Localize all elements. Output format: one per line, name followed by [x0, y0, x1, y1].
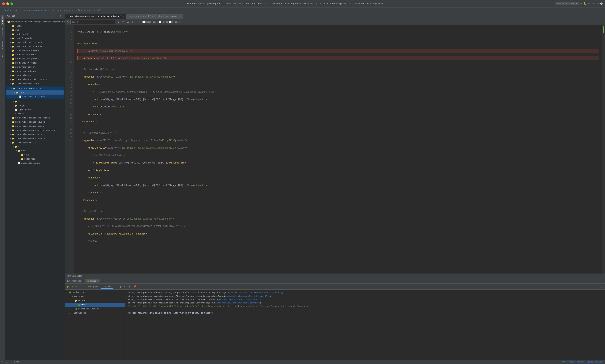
- tab-search-logback[interactable]: xc-service-search/.../logback-spring.xml…: [126, 14, 182, 19]
- search-next-button[interactable]: ▼: [121, 20, 125, 24]
- breadcrumb-item-6[interactable]: logback-spring.xml: [78, 9, 100, 11]
- run-cms01-close[interactable]: ×: [97, 280, 98, 282]
- breadcrumb-item-5[interactable]: resources: [64, 9, 75, 11]
- tree-xc-govern-gateway[interactable]: ▶ 📁 xc-govern-gateway: [5, 69, 65, 73]
- git-check[interactable]: ✓: [598, 2, 599, 5]
- tree-rabbitmq-producer[interactable]: ▶ 📁 test-rabbitmq-producer: [5, 44, 65, 49]
- tree-xc-govern-center[interactable]: ▶ 📁 xc-govern-center: [5, 65, 65, 69]
- minimize-panel-icon[interactable]: —: [62, 14, 63, 17]
- tree-xc-service-search[interactable]: ▼ 📁 xc-service-search: [5, 141, 65, 145]
- search-word-button[interactable]: W: [126, 20, 130, 24]
- clear-console-button[interactable]: 🗑: [128, 285, 131, 288]
- tree-xc-service-search-resources[interactable]: ▶ 📁 resources: [5, 157, 65, 161]
- tree-src[interactable]: ▶ 📁 src: [5, 99, 65, 104]
- tree-pom[interactable]: m pom.xml: [5, 112, 65, 116]
- tree-doc-label: doc: [15, 29, 19, 31]
- words-checkbox[interactable]: [159, 21, 161, 23]
- console-output[interactable]: at org.springframework.beans.factory.sup…: [125, 290, 605, 364]
- run-cms01-tab[interactable]: 🌿 cms01 ×: [85, 279, 100, 283]
- match-case-checkbox[interactable]: [142, 21, 145, 23]
- breadcrumb-item-4[interactable]: main: [57, 9, 62, 11]
- regex-checkbox[interactable]: [169, 21, 171, 23]
- expand-console-button[interactable]: ⤢: [600, 285, 604, 288]
- line-13: </encoder>: [77, 113, 599, 116]
- search-prev-button[interactable]: ▲: [116, 20, 120, 24]
- search-app-dropdown[interactable]: SearchApplication: [555, 2, 579, 5]
- tab-cms-logback[interactable]: xc-service-manage-cms/.../logback-spring…: [65, 14, 126, 19]
- run-tree-cms01[interactable]: 🌿 cms01: [65, 303, 125, 307]
- tree-xc-service-manage-cms[interactable]: ▼ 📁 xc-service-manage-cms: [6, 86, 64, 91]
- tree-xc-service-search-java[interactable]: ▶ 📁 java: [5, 153, 65, 157]
- tree-xc-service-manage-cms-client[interactable]: ▶ 📁 xc-service-manage-cms-client: [5, 116, 65, 120]
- tree-xc-service-search-main[interactable]: ▼ 📁 main: [5, 149, 65, 153]
- scroll-down-button[interactable]: ⬇: [123, 285, 127, 288]
- tree-xc-service-api[interactable]: ▶ 📁 xc-service-api: [5, 73, 65, 77]
- run-tree-spring-boot[interactable]: ▼ 🌿 Spring Boot: [65, 290, 125, 295]
- tab-search-close[interactable]: ✕: [179, 15, 180, 17]
- tree-logs[interactable]: ▼ 📁 logs: [6, 91, 64, 94]
- git-clock[interactable]: 🕐: [600, 2, 603, 5]
- run-button[interactable]: ▶: [66, 285, 70, 288]
- run-tree-configured[interactable]: ▶ ✓ Configured: [65, 311, 125, 315]
- tab-structure[interactable]: 2: Structure: [1, 26, 4, 39]
- match-case-option[interactable]: Match Case: [142, 21, 158, 23]
- tab-project[interactable]: 1: Project: [1, 14, 4, 26]
- console-tab[interactable]: Console: [101, 285, 113, 289]
- console-options-button[interactable]: ≡: [115, 285, 118, 288]
- tree-rabbitmq-consumer[interactable]: ▶ 📁 test-rabbitmq-consumer: [5, 40, 65, 44]
- breadcrumb-item-3[interactable]: src: [50, 9, 54, 11]
- tree-xc-service-learning[interactable]: ▶ 📁 xc-service-learning: [5, 81, 65, 86]
- git-bar: SearchApplication ▶ 🐛 🔨 Git: ✓ 🕐: [555, 2, 603, 6]
- debug-button[interactable]: 🐛: [583, 2, 587, 5]
- tab-cms-close[interactable]: ✕: [123, 15, 124, 18]
- tree-application-yml[interactable]: 📄 application.yml: [5, 161, 65, 165]
- regex-option[interactable]: Regex ?: [169, 21, 180, 23]
- tab-web[interactable]: Web: [1, 53, 4, 60]
- tree-cms-log[interactable]: 📄 cms.2019-12-23.log: [6, 94, 64, 99]
- restart-button[interactable]: ↺: [75, 285, 78, 288]
- code-content[interactable]: <?xml version="1.0" encoding="UTF-8"?> <…: [74, 25, 602, 273]
- tree-xc-service-manage-search[interactable]: ▶ 📁 xc-service-manage-search: [5, 136, 65, 141]
- pin-button[interactable]: 📌: [132, 285, 137, 288]
- breadcrumb-item-1[interactable]: xcEduService01: [1, 9, 19, 11]
- run-tree-xc-edu[interactable]: ▼ 📁 xc-edu: [65, 299, 125, 303]
- search-input[interactable]: [70, 20, 115, 24]
- tree-doc[interactable]: ▶ 📁 doc: [5, 28, 65, 32]
- run-tree-finished[interactable]: ▼ ✓ Finished: [65, 295, 125, 299]
- tree-xc-service-base-filesystem[interactable]: ▶ 📁 xc-service-base-filesystem: [5, 77, 65, 81]
- maximize-button[interactable]: [11, 2, 13, 5]
- tree-xc-service-manage-course[interactable]: ▶ 📁 xc-service-manage-course: [5, 120, 65, 124]
- tree-xc-framework-parent[interactable]: ▶ 📁 xc-framework-parent: [5, 57, 65, 61]
- scroll-up-button[interactable]: ⬆: [118, 285, 122, 288]
- words-option[interactable]: Words: [159, 21, 168, 23]
- tree-test-fastdfs[interactable]: ▶ 📁 test-fastdfs: [5, 32, 65, 36]
- filter-button[interactable]: ⊻: [138, 20, 141, 24]
- tree-root[interactable]: ▼ 📁 xcEduService01 ~/myspace/github/xuec…: [5, 20, 65, 24]
- breadcrumb-item-2[interactable]: xc-service-manage-cms: [22, 9, 48, 11]
- tab-favorites[interactable]: 2: Favorites: [1, 40, 4, 52]
- gear-icon[interactable]: ⚙: [60, 14, 61, 17]
- tree-xc-service-manage-media[interactable]: ▶ 📁 xc-service-manage-media: [5, 124, 65, 128]
- tree-target[interactable]: ▶ 📁 target: [5, 104, 65, 108]
- tree-gitignore[interactable]: 📄 .gitignore: [5, 108, 65, 112]
- stop-button[interactable]: ■: [71, 285, 74, 288]
- tree-xc-service-search-src[interactable]: ▼ 📁 src: [5, 145, 65, 149]
- search-all-button[interactable]: ⊞: [131, 20, 134, 24]
- run-button[interactable]: ▶: [580, 2, 582, 6]
- debugger-tab[interactable]: Debugger: [86, 285, 100, 288]
- tree-xc-service-manage-order[interactable]: ▶ 📁 xc-service-manage-order: [5, 132, 65, 136]
- tree-xc-service-manage-media-processor[interactable]: ▶ 📁 xc-service-manage-media-processor: [5, 128, 65, 132]
- regex-help-icon[interactable]: ?: [179, 21, 180, 23]
- tree-xc-framework-utils[interactable]: ▶ 📁 xc-framework-utils: [5, 61, 65, 65]
- run-tree-search-application[interactable]: 🌿 SearchApplication: [65, 307, 125, 311]
- search-close-button[interactable]: ✕: [602, 20, 604, 24]
- minimize-button[interactable]: [6, 2, 9, 5]
- more-button[interactable]: ⋮: [79, 285, 83, 288]
- tree-xc-framework-model[interactable]: ▶ 📁 xc-framework-model: [5, 53, 65, 57]
- tree-test-freemarker[interactable]: ▶ 📁 test-freemarker: [5, 36, 65, 40]
- close-button[interactable]: [2, 2, 5, 5]
- tree-idea[interactable]: ▶ 📁 .idea: [5, 24, 65, 28]
- build-button[interactable]: 🔨: [588, 2, 591, 5]
- tree-xc-framework-common[interactable]: ▶ 📁 xc-framework-common: [5, 49, 65, 53]
- status-url[interactable]: https://blog.csdn.net/weixin_39973810: [562, 361, 604, 363]
